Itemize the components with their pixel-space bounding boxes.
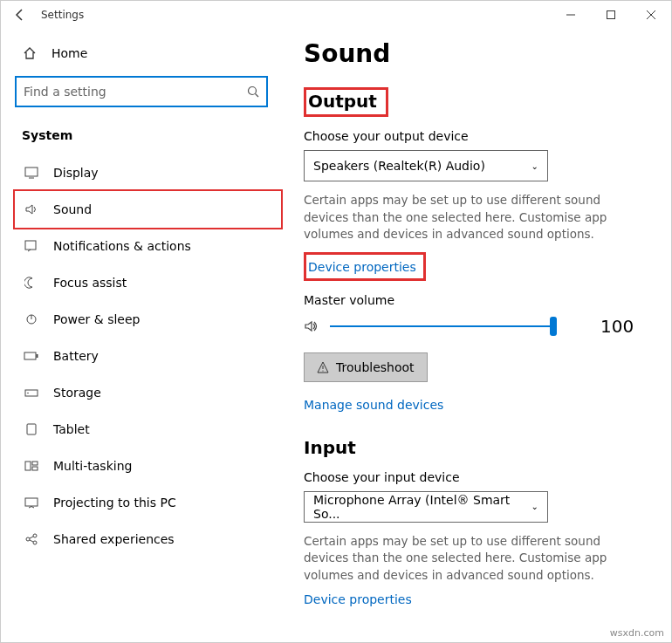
nav-label: Multi-tasking [53, 459, 132, 473]
nav-label: Tablet [53, 422, 90, 436]
nav-multitasking[interactable]: Multi-tasking [15, 448, 281, 484]
nav-power[interactable]: Power & sleep [15, 301, 281, 338]
output-device-label: Choose your output device [304, 129, 645, 143]
svg-rect-1 [607, 11, 615, 19]
sidebar: Home Find a setting System Display Sound… [1, 29, 285, 642]
input-device-label: Choose your input device [304, 470, 645, 484]
multitask-icon [24, 460, 39, 472]
input-help-text: Certain apps may be set up to use differ… [304, 533, 645, 585]
share-icon [24, 533, 39, 545]
svg-point-2 [249, 87, 257, 95]
warning-icon [317, 361, 329, 373]
device-props-highlight: Device properties [304, 252, 426, 281]
nav-shared[interactable]: Shared experiences [15, 521, 281, 557]
search-icon [247, 86, 259, 98]
display-icon [24, 167, 39, 179]
svg-rect-6 [25, 241, 36, 250]
svg-rect-11 [25, 390, 38, 396]
nav-label: Notifications & actions [53, 239, 191, 253]
nav-projecting[interactable]: Projecting to this PC [15, 484, 281, 521]
nav-list: Display Sound Notifications & actions Fo… [15, 154, 281, 557]
svg-rect-17 [25, 498, 38, 506]
svg-point-20 [33, 541, 37, 544]
svg-rect-14 [25, 462, 31, 470]
nav-label: Battery [53, 349, 99, 363]
svg-line-21 [30, 537, 33, 538]
svg-point-18 [26, 537, 30, 541]
manage-sound-devices-link[interactable]: Manage sound devices [304, 398, 443, 412]
volume-icon[interactable] [304, 319, 319, 333]
nav-notifications[interactable]: Notifications & actions [15, 228, 281, 264]
close-button[interactable] [631, 1, 671, 29]
svg-point-24 [322, 370, 323, 371]
svg-rect-13 [27, 424, 36, 434]
output-heading: Output [308, 91, 377, 112]
nav-label: Display [53, 166, 99, 180]
maximize-button[interactable] [591, 1, 631, 29]
svg-point-12 [27, 393, 29, 394]
svg-rect-4 [25, 168, 38, 176]
nav-label: Focus assist [53, 276, 127, 290]
window-title: Settings [34, 9, 84, 21]
output-device-select[interactable]: Speakers (Realtek(R) Audio) ⌄ [304, 150, 548, 181]
nav-label: Power & sleep [53, 312, 140, 326]
master-volume-label: Master volume [304, 293, 645, 307]
chevron-down-icon: ⌄ [531, 161, 538, 171]
back-button[interactable] [6, 1, 34, 29]
volume-slider[interactable] [330, 325, 557, 327]
troubleshoot-button[interactable]: Troubleshoot [304, 352, 428, 382]
svg-line-22 [30, 540, 33, 542]
nav-label: Sound [53, 202, 92, 216]
output-help-text: Certain apps may be set up to use differ… [304, 192, 645, 243]
output-device-value: Speakers (Realtek(R) Audio) [313, 159, 485, 173]
sound-icon [24, 203, 39, 215]
input-heading: Input [304, 437, 356, 458]
content-pane: Sound Output Choose your output device S… [285, 29, 671, 642]
nav-sound[interactable]: Sound [15, 191, 281, 228]
minimize-button[interactable] [551, 1, 591, 29]
battery-icon [24, 351, 39, 361]
project-icon [24, 496, 39, 509]
svg-rect-9 [24, 352, 36, 359]
input-device-select[interactable]: Microphone Array (Intel® Smart So... ⌄ [304, 491, 548, 523]
volume-value: 100 [600, 316, 634, 337]
nav-focus-assist[interactable]: Focus assist [15, 264, 281, 301]
home-nav[interactable]: Home [15, 39, 281, 67]
input-device-value: Microphone Array (Intel® Smart So... [313, 493, 531, 521]
svg-line-3 [256, 94, 259, 98]
input-device-properties-link[interactable]: Device properties [304, 592, 412, 606]
category-header: System [15, 123, 281, 154]
slider-thumb[interactable] [550, 317, 557, 336]
search-input[interactable]: Find a setting [15, 76, 268, 107]
svg-point-19 [33, 534, 37, 537]
tablet-icon [24, 423, 39, 435]
nav-battery[interactable]: Battery [15, 338, 281, 374]
attribution-text: wsxdn.com [610, 627, 664, 639]
page-title: Sound [304, 39, 645, 68]
home-label: Home [51, 46, 87, 60]
nav-tablet[interactable]: Tablet [15, 411, 281, 448]
power-icon [24, 313, 39, 325]
output-device-properties-link[interactable]: Device properties [308, 260, 416, 274]
home-icon [22, 46, 38, 60]
nav-label: Projecting to this PC [53, 496, 176, 510]
chevron-down-icon: ⌄ [531, 502, 538, 511]
nav-storage[interactable]: Storage [15, 374, 281, 411]
search-placeholder: Find a setting [24, 85, 247, 99]
storage-icon [24, 387, 39, 398]
titlebar: Settings [1, 1, 671, 29]
svg-rect-15 [32, 462, 38, 465]
notifications-icon [24, 240, 39, 252]
nav-label: Shared experiences [53, 532, 175, 546]
svg-rect-16 [32, 467, 38, 470]
svg-rect-10 [37, 354, 38, 358]
nav-display[interactable]: Display [15, 154, 281, 191]
output-heading-highlight: Output [304, 87, 388, 117]
troubleshoot-label: Troubleshoot [336, 360, 415, 374]
moon-icon [24, 277, 39, 289]
nav-label: Storage [53, 386, 101, 400]
